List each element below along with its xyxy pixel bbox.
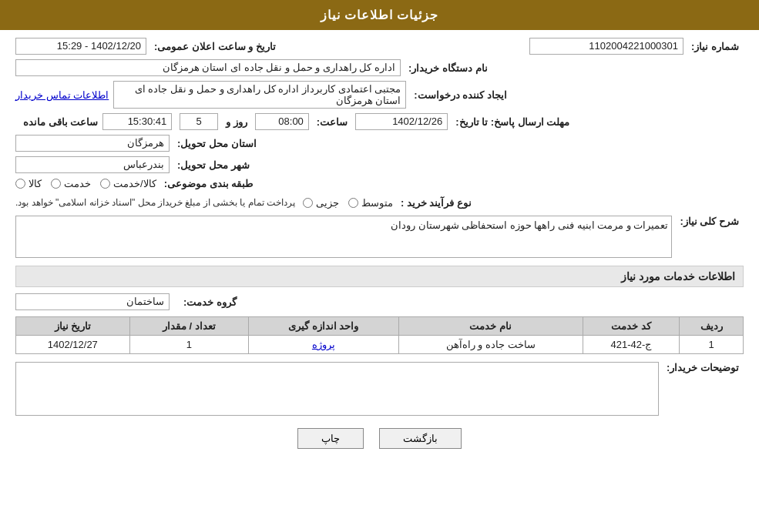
need-desc-value: تعمیرات و مرمت ابنیه فنی راهها حوزه استح… <box>15 216 672 258</box>
table-row: 1 ج-42-421 ساخت جاده و راه‌آهن پروژه 1 1… <box>16 336 744 354</box>
purchase-type-label: نوع فرآیند خرید : <box>401 197 472 209</box>
province-row: استان محل تحویل: هرمزگان <box>15 135 744 152</box>
category-row: طبقه بندی موضوعی: کالا/خدمت خدمت کالا <box>15 178 744 189</box>
print-button[interactable]: چاپ <box>297 428 364 449</box>
buyer-desc-textarea[interactable] <box>15 362 659 416</box>
purchase-motavaset-radio[interactable] <box>348 198 358 208</box>
city-value: بندرعباس <box>15 156 170 173</box>
cell-row-num: 1 <box>680 336 744 354</box>
col-unit: واحد اندازه گیری <box>249 317 399 336</box>
category-kala-label: کالا <box>29 178 42 189</box>
services-table-section: ردیف کد خدمت نام خدمت واحد اندازه گیری ت… <box>15 316 744 354</box>
category-option-kala-khedmat[interactable]: کالا/خدمت <box>100 178 156 189</box>
province-value: هرمزگان <box>15 135 170 152</box>
category-khedmat-label: خدمت <box>64 178 91 189</box>
category-kala-khedmat-radio[interactable] <box>100 179 110 189</box>
deadline-days-label: روز و <box>226 116 247 128</box>
page-header: جزئیات اطلاعات نیاز <box>0 0 759 30</box>
purchase-jozi-label: جزیی <box>316 197 339 209</box>
need-desc-label: شرح کلی نیاز: <box>680 216 739 227</box>
need-number-row: شماره نیاز: 1102004221000301 تاریخ و ساع… <box>15 38 744 55</box>
cell-unit[interactable]: پروژه <box>249 336 399 354</box>
category-option-khedmat[interactable]: خدمت <box>51 178 91 189</box>
header-title: جزئیات اطلاعات نیاز <box>321 8 439 22</box>
deadline-remaining: 15:30:41 <box>102 113 172 130</box>
category-label: طبقه بندی موضوعی: <box>164 178 254 189</box>
buyer-org-row: نام دستگاه خریدار: اداره کل راهداری و حم… <box>15 59 744 76</box>
buyer-desc-row: توضیحات خریدار: <box>15 362 744 416</box>
col-quantity: تعداد / مقدار <box>129 317 248 336</box>
cell-service-name: ساخت جاده و راه‌آهن <box>398 336 583 354</box>
service-group-value: ساختمان <box>15 293 170 310</box>
col-row-num: ردیف <box>680 317 744 336</box>
province-label: استان محل تحویل: <box>177 138 257 149</box>
cell-service-code: ج-42-421 <box>583 336 680 354</box>
services-section-title: اطلاعات خدمات مورد نیاز <box>15 266 744 287</box>
purchase-type-jozi[interactable]: جزیی <box>303 197 339 209</box>
city-row: شهر محل تحویل: بندرعباس <box>15 156 744 173</box>
buyer-org-label: نام دستگاه خریدار: <box>408 62 488 74</box>
category-options: کالا/خدمت خدمت کالا <box>15 178 156 189</box>
deadline-date: 1402/12/26 <box>355 113 448 130</box>
buyer-org-value: اداره کل راهداری و حمل و نقل جاده ای است… <box>15 59 401 76</box>
purchase-motavaset-label: متوسط <box>361 197 393 209</box>
category-kala-radio[interactable] <box>15 179 25 189</box>
need-desc-row: شرح کلی نیاز: تعمیرات و مرمت ابنیه فنی ر… <box>15 216 744 258</box>
deadline-remaining-label: ساعت باقی مانده <box>23 116 98 128</box>
action-buttons-row: بازگشت چاپ <box>15 428 744 449</box>
service-group-row: گروه خدمت: ساختمان <box>15 293 744 310</box>
category-kala-khedmat-label: کالا/خدمت <box>113 178 156 189</box>
creator-row: ایجاد کننده درخواست: مجتبی اعتمادی کاربر… <box>15 81 744 109</box>
deadline-time: 08:00 <box>255 113 309 130</box>
purchase-type-options: متوسط جزیی <box>303 197 393 209</box>
col-service-name: نام خدمت <box>398 317 583 336</box>
deadline-time-label: ساعت: <box>317 116 348 128</box>
purchase-jozi-radio[interactable] <box>303 198 313 208</box>
cell-date: 1402/12/27 <box>16 336 130 354</box>
purchase-type-motavaset[interactable]: متوسط <box>348 197 393 209</box>
buyer-desc-label: توضیحات خریدار: <box>667 362 739 373</box>
back-button[interactable]: بازگشت <box>379 428 462 449</box>
announce-date-label: تاریخ و ساعت اعلان عمومی: <box>154 41 276 52</box>
deadline-row: مهلت ارسال پاسخ: تا تاریخ: 1402/12/26 سا… <box>15 113 744 130</box>
category-option-kala[interactable]: کالا <box>15 178 42 189</box>
page-wrapper: جزئیات اطلاعات نیاز شماره نیاز: 11020042… <box>0 0 759 532</box>
need-number-label: شماره نیاز: <box>691 41 739 52</box>
creator-label: ایجاد کننده درخواست: <box>414 89 507 101</box>
creator-value: مجتبی اعتمادی کاربرداز اداره کل راهداری … <box>113 81 406 109</box>
need-number-value: 1102004221000301 <box>529 38 683 55</box>
category-khedmat-radio[interactable] <box>51 179 61 189</box>
col-service-code: کد خدمت <box>583 317 680 336</box>
purchase-note: پرداخت تمام یا بخشی از مبلغ خریداز محل "… <box>15 197 295 208</box>
contact-link[interactable]: اطلاعات تماس خریدار <box>15 89 109 101</box>
deadline-days: 5 <box>180 113 218 130</box>
col-date: تاریخ نیاز <box>16 317 130 336</box>
service-group-label: گروه خدمت: <box>183 296 237 308</box>
purchase-type-row: نوع فرآیند خرید : متوسط جزیی پرداخت تمام… <box>15 194 744 211</box>
main-content: شماره نیاز: 1102004221000301 تاریخ و ساع… <box>0 30 759 469</box>
deadline-label: مهلت ارسال پاسخ: تا تاریخ: <box>455 116 569 128</box>
announce-date-value: 1402/12/20 - 15:29 <box>15 38 146 55</box>
city-label: شهر محل تحویل: <box>177 159 250 171</box>
services-table: ردیف کد خدمت نام خدمت واحد اندازه گیری ت… <box>15 316 744 354</box>
cell-quantity: 1 <box>129 336 248 354</box>
